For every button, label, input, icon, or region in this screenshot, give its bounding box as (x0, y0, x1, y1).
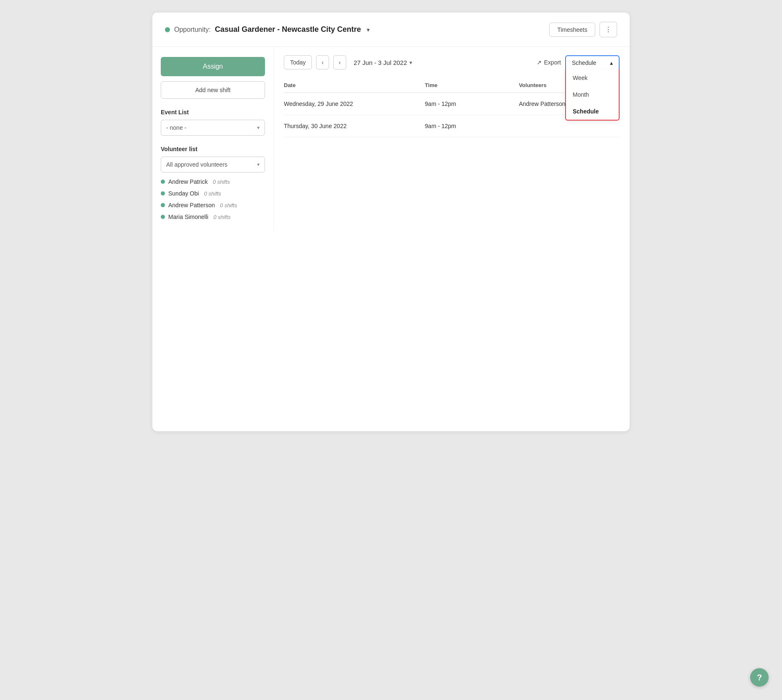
col-header-time: Time (425, 78, 519, 93)
next-button[interactable]: › (333, 55, 346, 69)
assign-button[interactable]: Assign (161, 57, 265, 76)
volunteer-status-dot (161, 180, 165, 184)
header-left: Opportunity: Casual Gardener - Newcastle… (165, 25, 370, 34)
export-icon: ↗ (537, 59, 542, 66)
volunteer-shifts: 0 shifts (214, 214, 231, 220)
volunteer-shifts: 0 shifts (213, 179, 230, 185)
more-icon: ⋮ (605, 26, 612, 33)
cell-time: 9am - 12pm (425, 115, 519, 137)
event-list-value: - none - (166, 124, 186, 131)
volunteer-shifts: 0 shifts (220, 202, 237, 208)
header-right: Timesheets ⋮ (549, 22, 617, 37)
date-range: 27 Jun - 3 Jul 2022 ▾ (354, 59, 413, 66)
schedule-chevron-icon: ▴ (610, 59, 613, 66)
opportunity-label: Opportunity: (174, 26, 211, 33)
volunteer-status-dot (161, 215, 165, 219)
more-button[interactable]: ⋮ (599, 22, 617, 37)
schedule-button[interactable]: Schedule ▴ (565, 55, 620, 69)
volunteer-shifts: 0 shifts (204, 190, 221, 197)
timesheets-button[interactable]: Timesheets (549, 23, 595, 37)
page-title: Casual Gardener - Newcastle City Centre (215, 25, 361, 34)
volunteer-name: Maria Simonelli (168, 214, 208, 220)
view-option-week[interactable]: Week (566, 69, 619, 86)
view-option-month[interactable]: Month (566, 86, 619, 103)
status-dot (165, 27, 170, 32)
cell-date: Thursday, 30 June 2022 (284, 115, 425, 137)
cell-date: Wednesday, 29 June 2022 (284, 93, 425, 115)
volunteer-name: Sunday Obi (168, 190, 199, 197)
col-header-date: Date (284, 78, 425, 93)
date-range-chevron-icon[interactable]: ▾ (409, 59, 412, 66)
date-range-text: 27 Jun - 3 Jul 2022 (354, 59, 407, 66)
cell-time: 9am - 12pm (425, 93, 519, 115)
volunteer-list-label: Volunteer list (161, 146, 265, 152)
view-dropdown-menu: WeekMonthSchedule (565, 69, 620, 121)
volunteer-name: Andrew Patterson (168, 202, 215, 208)
volunteer-status-dot (161, 191, 165, 196)
today-button[interactable]: Today (284, 55, 312, 69)
main-content: Today ‹ › 27 Jun - 3 Jul 2022 ▾ ↗ Export… (274, 47, 630, 230)
title-chevron-icon[interactable]: ▾ (367, 26, 370, 33)
toolbar: Today ‹ › 27 Jun - 3 Jul 2022 ▾ ↗ Export… (284, 55, 620, 69)
volunteer-list-filter-value: All approved volunteers (166, 161, 227, 168)
export-label: Export (544, 59, 561, 66)
main-card: Opportunity: Casual Gardener - Newcastle… (152, 13, 630, 431)
export-button[interactable]: ↗ Export (537, 59, 561, 66)
list-item: Sunday Obi 0 shifts (161, 190, 265, 197)
volunteer-list-chevron-icon: ▾ (257, 162, 260, 167)
view-option-schedule[interactable]: Schedule (566, 103, 619, 120)
event-list-dropdown[interactable]: - none - ▾ (161, 120, 265, 136)
volunteer-status-dot (161, 203, 165, 207)
event-list-label: Event List (161, 109, 265, 116)
header: Opportunity: Casual Gardener - Newcastle… (152, 13, 630, 47)
list-item: Maria Simonelli 0 shifts (161, 214, 265, 220)
body-layout: Assign Add new shift Event List - none -… (152, 47, 630, 230)
volunteer-name: Andrew Patrick (168, 178, 208, 185)
volunteer-list-dropdown[interactable]: All approved volunteers ▾ (161, 157, 265, 172)
volunteer-list: Andrew Patrick 0 shifts Sunday Obi 0 shi… (161, 178, 265, 220)
schedule-label: Schedule (572, 59, 596, 66)
help-button[interactable]: ? (750, 668, 769, 687)
schedule-dropdown-wrapper: Schedule ▴ WeekMonthSchedule (565, 55, 620, 69)
event-list-chevron-icon: ▾ (257, 125, 260, 131)
list-item: Andrew Patterson 0 shifts (161, 202, 265, 208)
sidebar: Assign Add new shift Event List - none -… (152, 47, 274, 230)
add-shift-button[interactable]: Add new shift (161, 81, 265, 99)
prev-button[interactable]: ‹ (316, 55, 329, 69)
list-item: Andrew Patrick 0 shifts (161, 178, 265, 185)
